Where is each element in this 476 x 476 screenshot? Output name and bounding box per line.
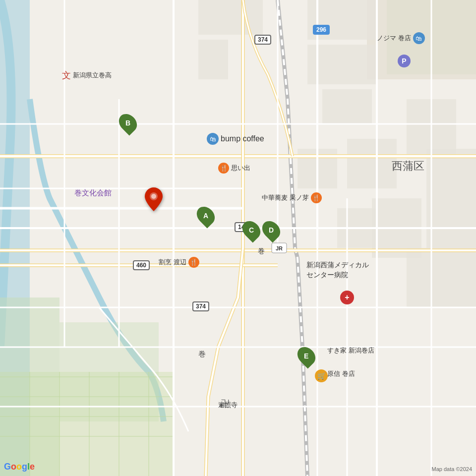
svg-point-64 (151, 194, 156, 199)
marker-c[interactable]: C (243, 220, 259, 240)
map-container[interactable]: JR + 卍 🛒 西蒲区 巻 遍照寺 巻文化会館 文 新潟県立巻高 🛍 bump… (0, 0, 476, 476)
google-logo: Google (4, 462, 35, 472)
marker-b[interactable]: B (120, 113, 136, 133)
marker-a[interactable]: A (198, 206, 214, 226)
markers-layer: A B C D E (0, 0, 476, 476)
marker-e[interactable]: E (298, 346, 314, 366)
map-data-credit: Map data ©2024 (432, 466, 473, 472)
marker-d[interactable]: D (263, 220, 279, 240)
main-location-marker[interactable] (145, 187, 163, 213)
